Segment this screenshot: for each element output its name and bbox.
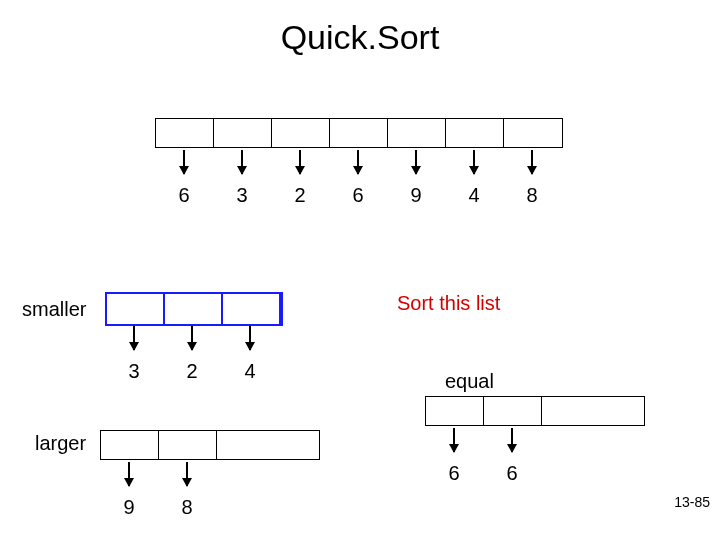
equal-array-boxes [425, 396, 645, 426]
smaller-val-2: 4 [244, 360, 255, 383]
smaller-array-boxes [105, 292, 283, 326]
label-smaller: smaller [22, 298, 86, 321]
arrow-down-icon [357, 150, 359, 174]
arrow-down-icon [473, 150, 475, 174]
larger-val-1: 8 [181, 496, 192, 519]
label-sort-this-list: Sort this list [397, 292, 500, 315]
arrow-down-icon [415, 150, 417, 174]
top-val-6: 8 [526, 184, 537, 207]
arrow-down-icon [453, 428, 455, 452]
equal-val-1: 6 [506, 462, 517, 485]
slide-number: 13-85 [674, 494, 710, 510]
arrow-down-icon [183, 150, 185, 174]
arrow-down-icon [249, 326, 251, 350]
larger-val-0: 9 [123, 496, 134, 519]
smaller-val-0: 3 [128, 360, 139, 383]
arrow-down-icon [128, 462, 130, 486]
label-equal: equal [445, 370, 494, 393]
arrow-down-icon [511, 428, 513, 452]
top-val-0: 6 [178, 184, 189, 207]
arrow-down-icon [191, 326, 193, 350]
top-val-3: 6 [352, 184, 363, 207]
arrow-down-icon [299, 150, 301, 174]
top-array-boxes [155, 118, 563, 148]
top-val-2: 2 [294, 184, 305, 207]
larger-array-boxes [100, 430, 320, 460]
arrow-down-icon [531, 150, 533, 174]
label-larger: larger [35, 432, 86, 455]
equal-val-0: 6 [448, 462, 459, 485]
arrow-down-icon [241, 150, 243, 174]
smaller-val-1: 2 [186, 360, 197, 383]
arrow-down-icon [133, 326, 135, 350]
page-title: Quick.Sort [0, 18, 720, 57]
top-val-1: 3 [236, 184, 247, 207]
top-val-5: 4 [468, 184, 479, 207]
top-val-4: 9 [410, 184, 421, 207]
arrow-down-icon [186, 462, 188, 486]
